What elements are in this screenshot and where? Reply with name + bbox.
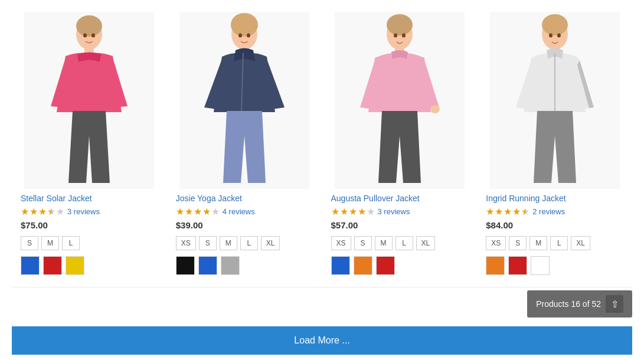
star-icon: ★ <box>367 206 375 217</box>
svg-point-5 <box>91 34 95 38</box>
color-swatch[interactable] <box>486 256 505 275</box>
sizes-row: XSSMLXL <box>176 236 280 250</box>
stars-row: ★★★★★3 reviews <box>331 206 410 217</box>
star-icon: ★ <box>176 206 184 217</box>
star-icon: ★ <box>512 206 521 217</box>
svg-point-16 <box>430 105 440 113</box>
star-icon: ★ <box>202 206 211 217</box>
color-swatch[interactable] <box>354 256 372 275</box>
star-icon: ★ <box>358 206 366 217</box>
sizes-row: XSSMLXL <box>486 236 590 250</box>
star-icon: ★ <box>495 206 503 217</box>
products-grid: Stellar Solar Jacket★★★★★3 reviews$75.00… <box>0 0 644 287</box>
star-icon: ★ <box>30 206 38 217</box>
stars: ★★★★★ <box>21 206 64 217</box>
svg-point-2 <box>76 15 102 37</box>
product-name[interactable]: Ingrid Running Jacket <box>486 194 565 203</box>
svg-point-11 <box>247 34 250 38</box>
star-icon: ★ <box>504 206 512 217</box>
reviews-link[interactable]: 4 reviews <box>223 207 255 216</box>
reviews-link[interactable]: 3 reviews <box>378 207 410 216</box>
product-card: Josie Yoga Jacket★★★★★4 reviews$39.00XSS… <box>167 6 322 281</box>
size-button[interactable]: L <box>395 236 413 250</box>
size-button[interactable]: S <box>199 236 217 250</box>
star-icon: ★ <box>56 206 64 217</box>
product-image-container <box>331 12 469 189</box>
product-name[interactable]: Stellar Solar Jacket <box>21 194 92 203</box>
star-icon: ★ <box>185 206 193 217</box>
load-more-container: Load More ... <box>0 320 644 360</box>
size-button[interactable]: XL <box>571 236 590 250</box>
colors-row <box>331 256 395 275</box>
color-swatch[interactable] <box>531 256 550 275</box>
star-icon: ★ <box>194 206 202 217</box>
svg-point-21 <box>542 14 568 35</box>
colors-row <box>176 256 240 275</box>
size-button[interactable]: XS <box>486 236 506 250</box>
color-swatch[interactable] <box>176 256 195 275</box>
star-icon: ★ <box>38 206 47 217</box>
size-button[interactable]: L <box>550 236 568 250</box>
product-card: Augusta Pullover Jacket★★★★★3 reviews$57… <box>322 6 478 281</box>
color-swatch[interactable] <box>198 256 217 275</box>
stars-row: ★★★★★2 reviews <box>486 206 565 217</box>
size-button[interactable]: XL <box>261 236 280 250</box>
size-button[interactable]: M <box>529 236 547 250</box>
size-button[interactable]: S <box>21 236 38 250</box>
footer-bar: Products 16 of 52 ⇧ <box>0 287 644 320</box>
sizes-row: SML <box>21 236 80 250</box>
star-icon: ★ <box>21 206 29 217</box>
size-button[interactable]: S <box>354 236 372 250</box>
size-button[interactable]: XS <box>176 236 196 250</box>
product-price: $57.00 <box>331 220 358 230</box>
color-swatch[interactable] <box>21 256 40 275</box>
stars: ★★★★★ <box>176 206 220 217</box>
star-icon: ★ <box>47 206 55 217</box>
star-icon: ★ <box>211 206 220 217</box>
product-image-container <box>486 12 623 189</box>
load-more-button[interactable]: Load More ... <box>12 326 632 355</box>
color-swatch[interactable] <box>221 256 240 275</box>
svg-point-8 <box>231 13 258 37</box>
colors-row <box>21 256 84 275</box>
svg-point-18 <box>402 34 406 38</box>
product-name[interactable]: Josie Yoga Jacket <box>176 194 242 203</box>
size-button[interactable]: L <box>62 236 80 250</box>
reviews-link[interactable]: 2 reviews <box>532 207 565 216</box>
product-image-container <box>21 12 158 189</box>
star-icon: ★ <box>331 206 339 217</box>
stars-row: ★★★★★4 reviews <box>176 206 255 217</box>
star-icon: ★ <box>340 206 348 217</box>
stars-row: ★★★★★3 reviews <box>21 206 100 217</box>
sizes-row: XSSMLXL <box>331 236 436 250</box>
size-button[interactable]: S <box>509 236 527 250</box>
color-swatch[interactable] <box>331 256 350 275</box>
product-price: $39.00 <box>176 220 203 230</box>
star-icon: ★ <box>349 206 357 217</box>
size-button[interactable]: M <box>41 236 59 250</box>
reviews-link[interactable]: 3 reviews <box>67 207 100 216</box>
size-button[interactable]: M <box>220 236 237 250</box>
size-button[interactable]: L <box>240 236 258 250</box>
svg-point-24 <box>549 34 553 38</box>
star-icon: ★ <box>486 206 494 217</box>
product-image-container <box>176 12 313 189</box>
color-swatch[interactable] <box>508 256 527 275</box>
product-name[interactable]: Augusta Pullover Jacket <box>331 194 420 203</box>
scroll-top-button[interactable]: ⇧ <box>606 295 623 313</box>
stars: ★★★★★ <box>486 206 529 217</box>
svg-point-14 <box>387 14 413 35</box>
size-button[interactable]: XS <box>331 236 351 250</box>
color-swatch[interactable] <box>376 256 395 275</box>
svg-point-10 <box>238 34 242 38</box>
size-button[interactable]: XL <box>416 236 436 250</box>
color-swatch[interactable] <box>66 256 84 275</box>
counter-text: Products 16 of 52 <box>536 299 601 309</box>
svg-point-17 <box>394 34 397 38</box>
size-button[interactable]: M <box>375 236 393 250</box>
svg-point-4 <box>83 34 87 38</box>
star-icon: ★ <box>521 206 529 217</box>
stars: ★★★★★ <box>331 206 375 217</box>
color-swatch[interactable] <box>43 256 62 275</box>
product-card: Stellar Solar Jacket★★★★★3 reviews$75.00… <box>12 6 167 281</box>
